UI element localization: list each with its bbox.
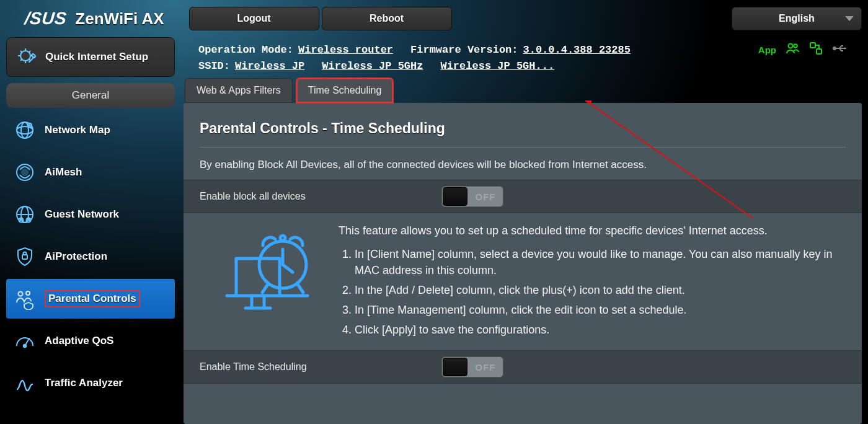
toggle-knob <box>443 187 467 206</box>
quick-internet-setup-button[interactable]: Quick Internet Setup <box>6 37 175 77</box>
feature-lead: This feature allows you to set up a sche… <box>339 224 846 237</box>
svg-point-26 <box>280 236 285 241</box>
tab-web-apps-filters[interactable]: Web & Apps Filters <box>185 78 293 103</box>
divider <box>200 147 846 148</box>
op-mode-link[interactable]: Wireless router <box>298 44 393 56</box>
feature-step-3: In [Time Management] column, click the e… <box>355 302 846 318</box>
network-icon[interactable] <box>808 41 823 59</box>
sidebar-item-guest-network[interactable]: Guest Network <box>6 195 175 234</box>
ssid-3-link[interactable]: Wireless JP 5GH... <box>440 60 554 72</box>
sidebar-item-label: Network Map <box>45 124 110 136</box>
svg-point-22 <box>833 47 836 50</box>
sidebar-item-traffic-analyzer[interactable]: Traffic Analyzer <box>6 363 175 403</box>
sidebar-item-aimesh[interactable]: AiMesh <box>6 152 175 192</box>
usb-icon[interactable] <box>832 41 847 59</box>
fw-label: Firmware Version: <box>410 44 518 56</box>
toggle-state: OFF <box>468 192 503 202</box>
fw-link[interactable]: 3.0.0.4.388_23285 <box>523 44 631 56</box>
enable-time-scheduling-toggle[interactable]: OFF <box>441 356 503 378</box>
schedule-illustration-icon <box>215 224 320 317</box>
gear-wrench-icon <box>16 46 38 68</box>
svg-rect-20 <box>810 43 815 48</box>
parental-controls-icon <box>14 288 36 310</box>
sidebar-item-label: Parental Controls <box>45 290 140 307</box>
svg-point-18 <box>789 44 793 48</box>
sidebar-group-general: General <box>6 83 175 108</box>
ssid-label: SSID: <box>198 60 230 72</box>
svg-point-7 <box>22 169 28 175</box>
globe-icon <box>14 119 36 141</box>
toggle-knob <box>443 358 467 376</box>
sidebar-item-label: AiMesh <box>45 166 82 179</box>
panel-description: By enabling Block All Devices, all of th… <box>200 159 846 171</box>
language-label: English <box>779 13 815 24</box>
guest-network-icon <box>14 203 36 226</box>
enable-block-all-label: Enable block all devices <box>200 191 429 202</box>
qis-label: Quick Internet Setup <box>45 51 148 63</box>
shield-icon <box>14 245 36 268</box>
feature-step-2: In the [Add / Delete] column, click the … <box>355 282 846 298</box>
sidebar-item-label: Traffic Analyzer <box>45 377 123 389</box>
svg-rect-14 <box>22 255 27 259</box>
svg-point-17 <box>24 345 26 347</box>
reboot-button[interactable]: Reboot <box>322 7 452 30</box>
enable-block-all-toggle[interactable]: OFF <box>441 186 503 207</box>
sidebar-item-aiprotection[interactable]: AiProtection <box>6 237 175 276</box>
sidebar-item-adaptive-qos[interactable]: Adaptive QoS <box>6 321 175 361</box>
op-mode-label: Operation Mode: <box>198 44 293 56</box>
sidebar-item-network-map[interactable]: Network Map <box>6 110 175 150</box>
toggle-state: OFF <box>468 362 503 373</box>
language-dropdown[interactable]: English <box>732 7 862 30</box>
app-link[interactable]: App <box>758 45 776 55</box>
brand-logo: /SUS <box>24 9 68 29</box>
enable-time-scheduling-label: Enable Time Scheduling <box>200 361 429 373</box>
logout-button[interactable]: Logout <box>189 7 319 30</box>
svg-point-19 <box>794 44 797 48</box>
panel-title: Parental Controls - Time Scheduling <box>200 120 846 137</box>
tab-time-scheduling[interactable]: Time Scheduling <box>296 78 394 103</box>
svg-point-16 <box>26 291 30 295</box>
user-icon[interactable] <box>785 41 800 59</box>
sidebar-item-label: Adaptive QoS <box>45 335 113 347</box>
sidebar-item-label: AiProtection <box>45 250 107 263</box>
chevron-down-icon <box>845 16 854 21</box>
svg-point-15 <box>19 292 23 296</box>
brand-model: ZenWiFi AX <box>75 9 164 29</box>
feature-step-4: Click [Apply] to save the configurations… <box>355 322 846 338</box>
sidebar-item-parental-controls[interactable]: Parental Controls <box>6 279 175 319</box>
svg-rect-21 <box>817 49 822 54</box>
traffic-icon <box>14 372 36 394</box>
ssid-2-link[interactable]: Wireless JP 5GHz <box>322 60 423 72</box>
svg-rect-1 <box>31 53 35 58</box>
ssid-1-link[interactable]: Wireless JP <box>235 60 304 72</box>
sidebar-item-label: Guest Network <box>45 208 119 221</box>
feature-step-1: In [Client Name] column, select a device… <box>355 246 846 278</box>
mesh-icon <box>14 161 36 183</box>
gauge-icon <box>14 330 36 352</box>
